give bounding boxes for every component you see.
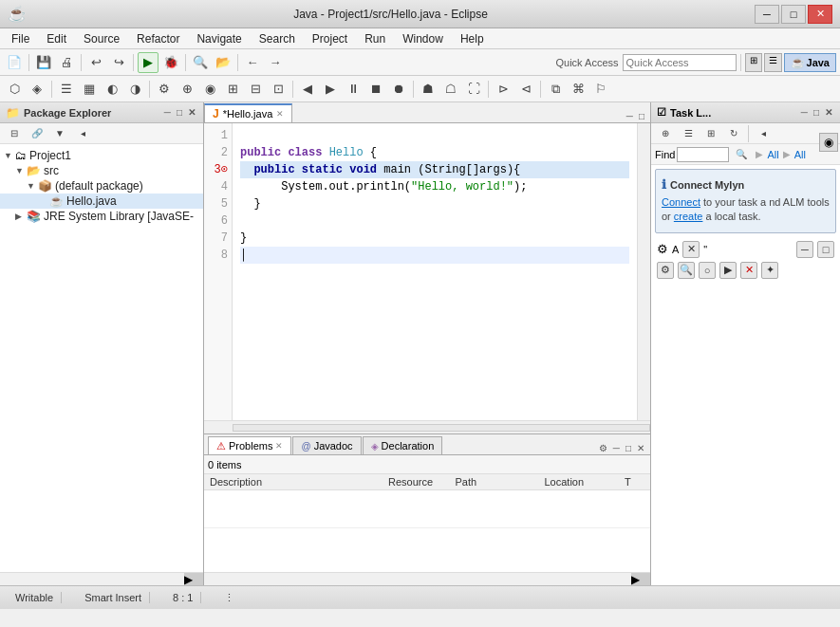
tree-item-src[interactable]: ▼ 📂 src <box>0 163 203 178</box>
task-collapse-icon[interactable]: ◂ <box>753 123 774 144</box>
bottom-panel-menu-icon[interactable]: ⚙ <box>597 442 609 454</box>
toolbar2-btn7[interactable]: ⚙ <box>154 79 175 100</box>
toolbar2-btn10[interactable]: ⊞ <box>222 79 243 100</box>
pe-collapse-icon[interactable]: ◂ <box>72 123 93 144</box>
tree-item-project1[interactable]: ▼ 🗂 Project1 <box>0 148 203 163</box>
bottom-scroll-right[interactable]: ▶ <box>631 573 650 585</box>
menu-search[interactable]: Search <box>252 30 303 47</box>
toolbar2-btn5[interactable]: ◐ <box>102 79 122 100</box>
tree-item-hello-java[interactable]: ☕ Hello.java <box>0 194 203 209</box>
maximize-panel-button[interactable]: □ <box>175 106 184 119</box>
minimize-panel-button[interactable]: ─ <box>162 106 173 119</box>
editor-minimize-button[interactable]: ─ <box>625 110 635 122</box>
pe-hscroll[interactable]: ▶ <box>0 572 203 585</box>
mylyn-btn-max[interactable]: □ <box>817 241 834 258</box>
task-categories-icon[interactable]: ☰ <box>678 123 699 144</box>
hscroll-track[interactable] <box>233 424 650 432</box>
mylyn-btn-x[interactable]: ✕ <box>682 241 700 258</box>
menu-refactor[interactable]: Refactor <box>129 30 187 47</box>
new-button[interactable]: 📄 <box>4 52 25 73</box>
status-smart-insert[interactable]: Smart Insert <box>77 592 150 603</box>
toolbar2-btn3[interactable]: ☰ <box>56 79 77 100</box>
mylyn-btn-settings[interactable]: ✦ <box>761 262 778 279</box>
task-refresh-icon[interactable]: ↻ <box>723 123 744 144</box>
undo-button[interactable]: ↩ <box>85 52 106 73</box>
mylyn-btn-cog[interactable]: ⚙ <box>657 262 674 279</box>
toolbar2-btn6[interactable]: ◑ <box>124 79 145 100</box>
code-editor[interactable]: 1 2 3⊙ 4 5 6 7 8 public class Hello { pu… <box>204 123 650 420</box>
col-location[interactable]: Location <box>539 474 620 490</box>
toolbar2-btn1[interactable]: ⬡ <box>4 79 25 100</box>
tree-item-jre[interactable]: ▶ 📚 JRE System Library [JavaSE- <box>0 209 203 224</box>
redo-button[interactable]: ↪ <box>108 52 129 73</box>
pe-scroll-right[interactable]: ▶ <box>184 573 203 585</box>
search-button[interactable]: 🔍 <box>190 52 211 73</box>
menu-window[interactable]: Window <box>395 30 451 47</box>
save-button[interactable]: 💾 <box>33 52 54 73</box>
toolbar2-btn12[interactable]: ⊡ <box>268 79 289 100</box>
col-path[interactable]: Path <box>450 474 539 490</box>
task-minimize-button[interactable]: ─ <box>799 106 810 119</box>
toolbar2-btn24[interactable]: ⌘ <box>568 79 588 100</box>
toolbar2-btn4[interactable]: ▦ <box>79 79 100 100</box>
status-writable[interactable]: Writable <box>8 592 62 603</box>
run-button[interactable]: ▶ <box>138 52 159 73</box>
minimize-button[interactable]: ─ <box>755 5 779 24</box>
find-search-icon[interactable]: 🔍 <box>731 144 752 165</box>
mylyn-btn-play[interactable]: ▶ <box>719 262 737 279</box>
toolbar2-btn9[interactable]: ◉ <box>199 79 220 100</box>
tab-declaration[interactable]: ◈ Declaration <box>363 436 443 454</box>
mylyn-btn-minus[interactable]: ─ <box>796 241 813 258</box>
quick-access-input[interactable] <box>623 54 737 71</box>
mylyn-btn-circle[interactable]: ○ <box>699 262 716 279</box>
toolbar2-btn19[interactable]: ☖ <box>440 79 461 100</box>
menu-navigate[interactable]: Navigate <box>189 30 249 47</box>
mylyn-btn-search[interactable]: 🔍 <box>678 262 695 279</box>
link-editor-icon[interactable]: 🔗 <box>27 123 47 144</box>
bottom-panel-close-button[interactable]: ✕ <box>635 442 646 454</box>
tab-problems[interactable]: ⚠ Problems ✕ <box>208 436 291 454</box>
task-close-button[interactable]: ✕ <box>823 106 834 119</box>
toolbar2-btn18[interactable]: ☗ <box>418 79 439 100</box>
toolbar2-btn2[interactable]: ◈ <box>27 79 47 100</box>
prev-edit-button[interactable]: ← <box>242 52 263 73</box>
next-edit-button[interactable]: → <box>265 52 286 73</box>
menu-file[interactable]: File <box>4 30 37 47</box>
code-content-area[interactable]: public class Hello { public static void … <box>233 123 637 420</box>
toolbar2-btn15[interactable]: ⏸ <box>343 79 364 100</box>
toolbar2-btn20[interactable]: ⛶ <box>463 79 484 100</box>
menu-project[interactable]: Project <box>305 30 355 47</box>
mylyn-link-connect[interactable]: Connect <box>662 196 700 208</box>
toolbar2-btn16[interactable]: ⏹ <box>365 79 386 100</box>
toolbar2-btn23[interactable]: ⧉ <box>545 79 566 100</box>
bottom-panel-minimize-button[interactable]: ─ <box>611 442 622 454</box>
mylyn-link-create[interactable]: create <box>674 211 703 222</box>
toolbar2-btn21[interactable]: ⊳ <box>493 79 513 100</box>
menu-source[interactable]: Source <box>76 30 127 47</box>
toolbar2-btn8[interactable]: ⊕ <box>177 79 197 100</box>
col-description[interactable]: Description <box>204 474 383 490</box>
toolbar2-btn11[interactable]: ⊟ <box>245 79 266 100</box>
collapse-all-icon[interactable]: ⊟ <box>4 123 25 144</box>
bottom-hscroll[interactable]: ▶ <box>204 572 650 585</box>
maximize-button[interactable]: □ <box>781 5 806 24</box>
menu-help[interactable]: Help <box>453 30 492 47</box>
task-maximize-button[interactable]: □ <box>812 106 821 119</box>
editor-maximize-button[interactable]: □ <box>637 110 646 122</box>
tree-item-default-package[interactable]: ▼ 📦 (default package) <box>0 178 203 194</box>
editor-vscroll[interactable] <box>637 123 650 420</box>
right-extra-icon[interactable]: ◉ <box>819 133 838 152</box>
task-filter-icon[interactable]: ⊞ <box>700 123 721 144</box>
editor-hscroll[interactable] <box>204 420 650 433</box>
tab-javadoc[interactable]: @ Javadoc <box>292 436 361 454</box>
java-perspective-button[interactable]: ☕ Java <box>784 53 836 72</box>
toolbar2-btn13[interactable]: ◀ <box>297 79 318 100</box>
editor-tab-close[interactable]: ✕ <box>276 109 284 119</box>
open-resource-button[interactable]: 📂 <box>213 52 233 73</box>
toolbar2-btn25[interactable]: ⚐ <box>590 79 611 100</box>
debug-button[interactable]: 🐞 <box>160 52 181 73</box>
find-input[interactable] <box>677 147 729 162</box>
problems-tab-close[interactable]: ✕ <box>275 441 283 451</box>
right-expand-icon[interactable]: ◉ <box>819 133 838 152</box>
print-button[interactable]: 🖨 <box>56 52 77 73</box>
